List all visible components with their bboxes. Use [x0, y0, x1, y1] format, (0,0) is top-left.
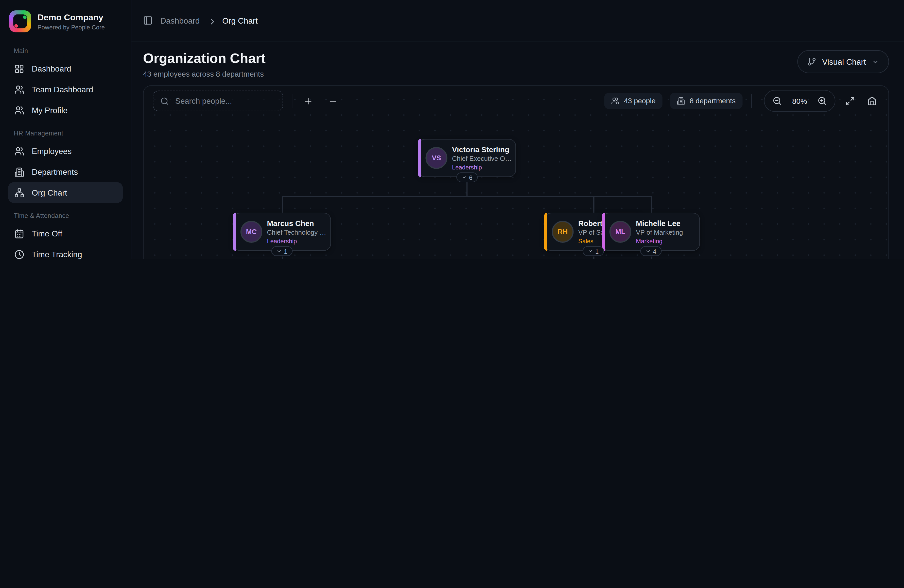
- connector-line: [651, 256, 652, 259]
- brand-tagline: Powered by People Core: [38, 24, 105, 30]
- org-node-ml[interactable]: MLMichelle LeeVP of MarketingMarketing: [602, 213, 700, 251]
- employee-title: Chief Executive Officer: [452, 155, 513, 163]
- zoom-controls: 80%: [764, 90, 836, 112]
- chevron-down-icon: [872, 58, 879, 65]
- connector-line: [282, 197, 283, 213]
- chevron-right-icon: [207, 17, 215, 24]
- employee-department: Leadership: [452, 163, 513, 172]
- view-mode-dropdown[interactable]: Visual Chart: [797, 50, 889, 73]
- panel-left-icon[interactable]: [143, 16, 153, 25]
- report-count: 1: [284, 248, 288, 254]
- avatar: RH: [552, 221, 574, 243]
- collapse-badge-ml[interactable]: 4: [640, 246, 662, 256]
- zoom-level: 80%: [790, 96, 809, 105]
- page-subtitle: 43 employees across 8 departments: [143, 70, 266, 78]
- clock-icon: [14, 249, 24, 259]
- fullscreen-button[interactable]: [843, 93, 857, 108]
- nav-section-label: HR Management: [14, 130, 117, 136]
- calendar-icon: [14, 229, 24, 239]
- sidebar-item-label: My Profile: [32, 106, 68, 115]
- avatar: VS: [425, 147, 447, 169]
- employee-department: Marketing: [636, 237, 683, 245]
- view-mode-label: Visual Chart: [822, 57, 866, 66]
- chart-toolbar: 43 people 8 departments 80%: [144, 86, 888, 116]
- sidebar-item-departments[interactable]: Departments: [8, 161, 123, 182]
- nav-section-label: Main: [14, 47, 117, 54]
- sidebar-item-label: Org Chart: [32, 188, 67, 197]
- employee-title: Chief Technology Offi…: [267, 228, 328, 237]
- toolbar-divider: [292, 94, 292, 108]
- departments-count: 8 departments: [690, 97, 736, 105]
- sidebar-item-employees[interactable]: Employees: [8, 141, 123, 161]
- search-box: [153, 90, 283, 111]
- expand-all-button[interactable]: [301, 93, 315, 108]
- fit-view-home-button[interactable]: [864, 93, 879, 108]
- page-title: Organization Chart: [143, 50, 266, 66]
- employee-name: Michelle Lee: [636, 218, 683, 228]
- collapse-badge-rh[interactable]: 1: [583, 246, 604, 256]
- breadcrumb-dashboard[interactable]: Dashboard: [160, 16, 200, 25]
- org-chart-icon: [14, 188, 24, 198]
- people-count-badge: 43 people: [604, 93, 662, 109]
- connector-line: [282, 196, 652, 198]
- brand-name: Demo Company: [38, 12, 105, 22]
- connector-line: [593, 256, 594, 259]
- users-icon: [14, 84, 24, 94]
- toolbar-divider: [751, 94, 752, 108]
- users-icon: [14, 146, 24, 156]
- connector-line: [593, 197, 594, 213]
- sidebar-item-label: Time Tracking: [32, 250, 82, 259]
- report-count: 1: [595, 248, 599, 254]
- layout-dashboard-icon: [14, 64, 24, 74]
- zoom-out-icon[interactable]: [773, 96, 782, 106]
- company-logo-icon: [9, 10, 31, 32]
- sidebar-nav: MainDashboardTeam DashboardMy ProfileHR …: [0, 47, 131, 259]
- sidebar-item-time-tracking[interactable]: Time Tracking: [8, 244, 123, 259]
- org-chart-panel: 43 people 8 departments 80%: [143, 85, 889, 259]
- employee-name: Marcus Chen: [267, 218, 328, 228]
- sidebar-item-dashboard[interactable]: Dashboard: [8, 58, 123, 79]
- git-branch-icon: [807, 57, 816, 66]
- sidebar-item-label: Dashboard: [32, 64, 71, 73]
- sidebar-item-team-dashboard[interactable]: Team Dashboard: [8, 79, 123, 100]
- report-count: 4: [653, 248, 656, 254]
- connector-line: [651, 197, 652, 213]
- sidebar-item-label: Team Dashboard: [32, 85, 93, 94]
- page-header: Organization Chart 43 employees across 8…: [131, 42, 904, 78]
- org-node-vs[interactable]: VSVictoria SterlingChief Executive Offic…: [418, 139, 516, 177]
- building-icon: [677, 97, 685, 105]
- employee-title: VP of Marketing: [636, 228, 683, 237]
- employee-department: Leadership: [267, 237, 328, 245]
- users-icon: [611, 97, 620, 105]
- zoom-in-icon[interactable]: [817, 96, 827, 106]
- department-accent-bar: [233, 213, 235, 251]
- sidebar-item-label: Departments: [32, 167, 78, 176]
- connector-line: [466, 182, 468, 197]
- sidebar-item-label: Employees: [32, 146, 71, 155]
- users-icon: [14, 105, 24, 115]
- search-icon: [160, 96, 169, 105]
- report-count: 6: [469, 174, 472, 180]
- department-accent-bar: [544, 213, 547, 251]
- avatar: ML: [610, 221, 631, 243]
- main-area: Dashboard Org Chart Organization Chart 4…: [131, 0, 904, 259]
- breadcrumb-bar: Dashboard Org Chart: [131, 0, 904, 42]
- employee-name: Victoria Sterling: [452, 145, 513, 155]
- sidebar-item-label: Time Off: [32, 229, 62, 238]
- sidebar-item-time-off[interactable]: Time Off: [8, 223, 123, 244]
- collapse-badge-vs[interactable]: 6: [456, 172, 477, 182]
- search-input[interactable]: [174, 96, 275, 106]
- departments-count-badge: 8 departments: [670, 93, 743, 109]
- avatar: MC: [240, 221, 262, 243]
- sidebar-item-my-profile[interactable]: My Profile: [8, 100, 123, 120]
- brand: Demo Company Powered by People Core: [0, 0, 131, 38]
- building-icon: [14, 167, 24, 177]
- collapse-all-button[interactable]: [326, 93, 340, 108]
- collapse-badge-mc[interactable]: 1: [272, 246, 293, 256]
- sidebar-item-org-chart[interactable]: Org Chart: [8, 182, 123, 203]
- breadcrumb-current: Org Chart: [222, 16, 258, 25]
- app-root: Demo Company Powered by People Core Main…: [0, 0, 904, 259]
- org-node-mc[interactable]: MCMarcus ChenChief Technology Offi…Leade…: [233, 213, 331, 251]
- connector-line: [282, 256, 283, 259]
- sidebar: Demo Company Powered by People Core Main…: [0, 0, 131, 259]
